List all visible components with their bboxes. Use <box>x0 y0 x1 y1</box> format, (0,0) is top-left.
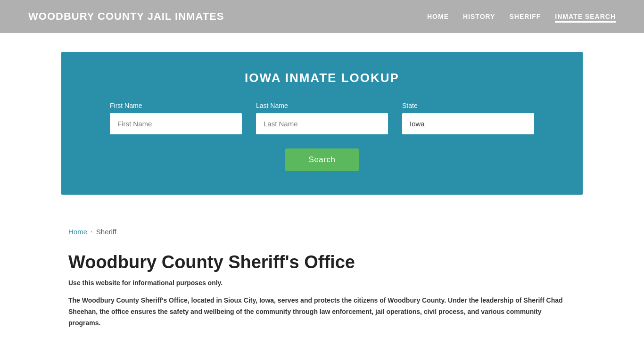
site-header: WOODBURY COUNTY JAIL INMATES HOME HISTOR… <box>0 0 644 33</box>
first-name-label: First Name <box>110 102 242 109</box>
nav-history[interactable]: HISTORY <box>463 10 495 23</box>
breadcrumb-home[interactable]: Home <box>68 228 87 236</box>
search-title: IOWA INMATE LOOKUP <box>90 71 554 85</box>
page-title: Woodbury County Sheriff's Office <box>68 252 576 272</box>
breadcrumb: Home • Sheriff <box>0 214 644 243</box>
nav-home[interactable]: HOME <box>427 10 449 23</box>
nav-sheriff[interactable]: SHERIFF <box>509 10 541 23</box>
main-content: Woodbury County Sheriff's Office Use thi… <box>0 243 644 347</box>
breadcrumb-separator: • <box>91 230 92 234</box>
site-title: WOODBURY COUNTY JAIL INMATES <box>28 10 224 23</box>
main-nav: HOME HISTORY SHERIFF INMATE SEARCH <box>427 10 616 23</box>
first-name-group: First Name <box>110 102 242 134</box>
last-name-label: Last Name <box>256 102 388 109</box>
first-name-input[interactable] <box>110 113 242 134</box>
search-section: IOWA INMATE LOOKUP First Name Last Name … <box>61 52 583 195</box>
search-button[interactable]: Search <box>285 148 359 171</box>
search-fields: First Name Last Name State <box>90 102 554 134</box>
last-name-input[interactable] <box>256 113 388 134</box>
state-group: State <box>402 102 534 134</box>
state-label: State <box>402 102 534 109</box>
nav-inmate-search[interactable]: INMATE SEARCH <box>555 10 616 23</box>
description-text: The Woodbury County Sheriff's Office, lo… <box>68 295 563 329</box>
disclaimer-text: Use this website for informational purpo… <box>68 279 576 287</box>
breadcrumb-current: Sheriff <box>96 228 116 236</box>
search-button-wrap: Search <box>90 148 554 171</box>
last-name-group: Last Name <box>256 102 388 134</box>
state-input[interactable] <box>402 113 534 134</box>
